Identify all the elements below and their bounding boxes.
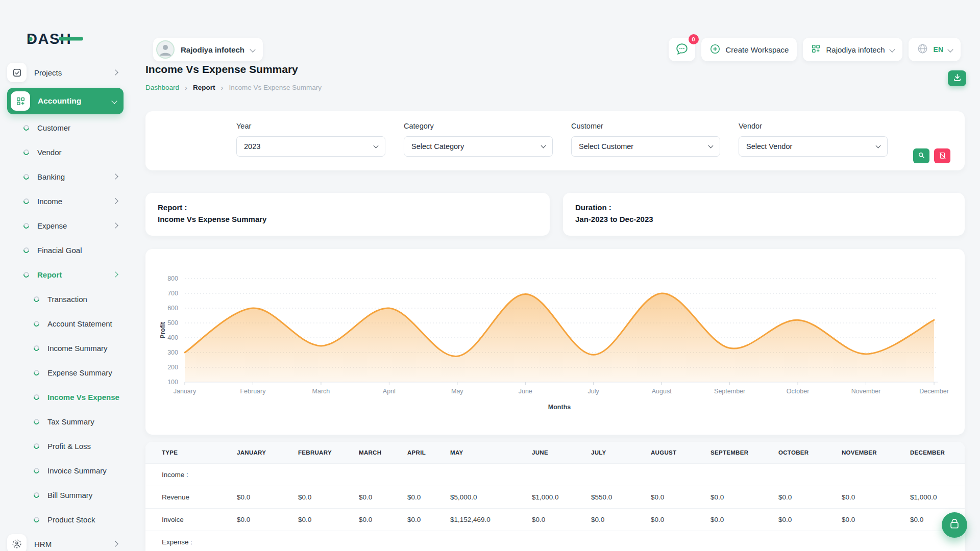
sidebar-item-expense-summary[interactable]: Expense Summary <box>0 360 131 385</box>
cell: $0.0 <box>402 486 445 509</box>
sidebar-item-label: Income Summary <box>47 344 108 353</box>
ring-bullet-icon <box>33 442 40 449</box>
svg-text:July: July <box>588 388 600 395</box>
svg-text:April: April <box>383 388 396 395</box>
search-icon <box>918 152 925 161</box>
svg-text:March: March <box>312 388 330 395</box>
column-header: JANUARY <box>232 442 293 464</box>
sidebar-item-label: Accounting <box>38 96 81 106</box>
category-label: Category <box>404 122 553 130</box>
row-type-cell: Revenue <box>145 486 232 509</box>
filter-panel: Year 2023 Category Select Category Custo… <box>145 111 965 170</box>
customer-select-value: Select Customer <box>579 142 633 151</box>
chevron-down-icon <box>708 143 714 148</box>
chevron-right-icon <box>112 541 118 546</box>
workspace-switcher[interactable]: Rajodiya infotech <box>153 38 263 61</box>
sidebar-item-label: Transaction <box>47 295 87 304</box>
grid-plus-icon <box>11 91 30 111</box>
sidebar-item-income[interactable]: Income <box>0 189 131 213</box>
report-summary-card: Report : Income Vs Expense Summary <box>145 193 550 236</box>
grid-plus-icon <box>811 44 821 55</box>
cell: $0.0 <box>354 486 402 509</box>
year-select[interactable]: 2023 <box>236 136 385 157</box>
sidebar-item-vendor[interactable]: Vendor <box>0 140 131 164</box>
table-row: Invoice$0.0$0.0$0.0$0.0$1,152,469.0$0.0$… <box>145 509 965 531</box>
breadcrumb-separator: › <box>221 83 224 92</box>
chevron-right-icon <box>112 173 118 179</box>
sidebar-item-label: HRM <box>34 540 52 548</box>
breadcrumb-dashboard[interactable]: Dashboard <box>145 84 179 91</box>
category-select[interactable]: Select Category <box>404 136 553 157</box>
cell: $0.0 <box>646 509 705 531</box>
customer-select[interactable]: Select Customer <box>571 136 720 157</box>
svg-text:October: October <box>787 388 809 395</box>
sidebar-item-report[interactable]: Report <box>0 262 131 287</box>
reset-filter-button[interactable] <box>934 148 950 163</box>
sidebar-item-tax-summary[interactable]: Tax Summary <box>0 409 131 434</box>
create-workspace-button[interactable]: Create Workspace <box>701 38 797 61</box>
chevron-down-icon <box>111 98 117 104</box>
sidebar-item-transaction[interactable]: Transaction <box>0 287 131 311</box>
sidebar-item-label: Account Statement <box>47 319 112 328</box>
company-dropdown[interactable]: Rajodiya infotech <box>803 38 902 61</box>
language-dropdown[interactable]: EN <box>909 38 961 61</box>
sidebar-item-accounting[interactable]: Accounting <box>7 88 124 114</box>
cell: $0.0 <box>773 486 837 509</box>
sidebar-item-label: Projects <box>34 68 62 77</box>
sidebar-item-profit-loss[interactable]: Profit & Loss <box>0 434 131 458</box>
ring-bullet-icon <box>22 172 30 180</box>
sidebar-item-label: Income Vs Expense <box>47 393 119 402</box>
cell: $0.0 <box>837 509 905 531</box>
svg-text:June: June <box>519 388 532 395</box>
sidebar-item-expense[interactable]: Expense <box>0 213 131 238</box>
messages-badge: 0 <box>689 34 699 44</box>
sidebar-item-label: Invoice Summary <box>47 466 107 475</box>
app-logo: DASH <box>27 30 103 50</box>
ring-bullet-icon <box>33 368 40 376</box>
vendor-select[interactable]: Select Vendor <box>739 136 888 157</box>
company-name: Rajodiya infotech <box>826 45 885 54</box>
report-value: Income Vs Expense Summary <box>158 213 537 225</box>
breadcrumb-report[interactable]: Report <box>193 84 215 91</box>
report-label: Report : <box>158 202 537 213</box>
svg-text:August: August <box>652 388 672 395</box>
language-code: EN <box>934 45 943 54</box>
sidebar-menu: ProjectsAccountingCustomerVendorBankingI… <box>0 60 131 551</box>
svg-text:400: 400 <box>167 334 178 341</box>
sidebar-item-invoice-summary[interactable]: Invoice Summary <box>0 458 131 483</box>
apply-filter-button[interactable] <box>913 148 929 163</box>
breadcrumb: Dashboard › Report › Income Vs Expense S… <box>145 83 322 92</box>
sidebar-item-income-summary[interactable]: Income Summary <box>0 336 131 360</box>
sidebar-item-label: Report <box>37 270 62 279</box>
sidebar-item-account-statement[interactable]: Account Statement <box>0 311 131 336</box>
reset-icon <box>939 152 946 161</box>
sidebar-item-label: Expense <box>37 221 67 230</box>
ring-bullet-icon <box>33 393 40 400</box>
sidebar-item-income-vs-expense[interactable]: Income Vs Expense <box>0 385 131 409</box>
sidebar-item-product-stock[interactable]: Product Stock <box>0 507 131 532</box>
sidebar-item-bill-summary[interactable]: Bill Summary <box>0 483 131 507</box>
table-body: Income :Revenue$0.0$0.0$0.0$0.0$5,000.0$… <box>145 464 965 551</box>
sidebar-item-projects[interactable]: Projects <box>0 60 131 85</box>
ring-bullet-icon <box>22 270 30 278</box>
sidebar-item-banking[interactable]: Banking <box>0 164 131 189</box>
cell: $0.0 <box>527 509 586 531</box>
page-title: Income Vs Expense Summary <box>145 63 298 76</box>
chevron-down-icon <box>947 46 953 52</box>
ring-bullet-icon <box>22 221 30 229</box>
cell: $0.0 <box>232 509 293 531</box>
sidebar-item-finacial-goal[interactable]: Finacial Goal <box>0 238 131 262</box>
sidebar-item-customer[interactable]: Customer <box>0 115 131 140</box>
column-header: NOVEMBER <box>837 442 905 464</box>
duration-label: Duration : <box>575 202 952 213</box>
ring-bullet-icon <box>33 344 40 352</box>
person-dashed-icon <box>7 534 27 551</box>
download-button[interactable] <box>948 70 966 86</box>
cell: $0.0 <box>705 486 773 509</box>
cart-fab-button[interactable] <box>942 512 967 538</box>
svg-text:November: November <box>851 388 881 395</box>
messages-button[interactable]: 0 <box>669 38 695 61</box>
cell: $0.0 <box>586 509 646 531</box>
sidebar-item-hrm[interactable]: HRM <box>0 532 131 551</box>
workspace-name: Rajodiya infotech <box>181 45 244 54</box>
